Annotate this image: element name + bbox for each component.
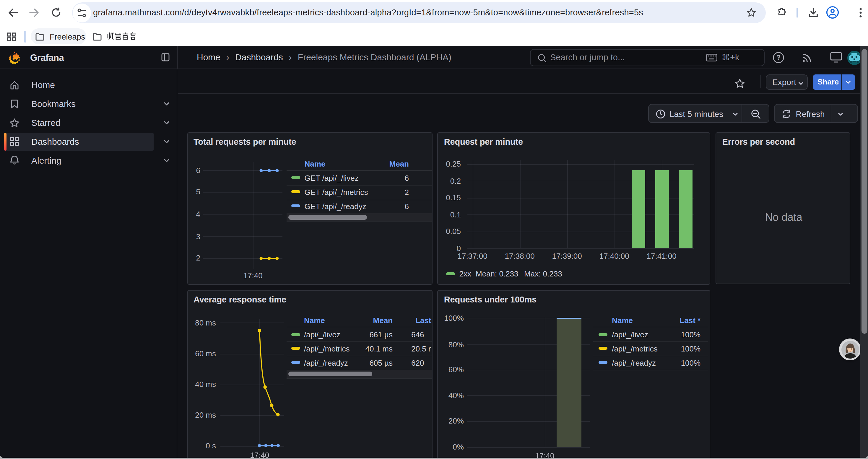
svg-text:?: ? <box>776 54 780 61</box>
